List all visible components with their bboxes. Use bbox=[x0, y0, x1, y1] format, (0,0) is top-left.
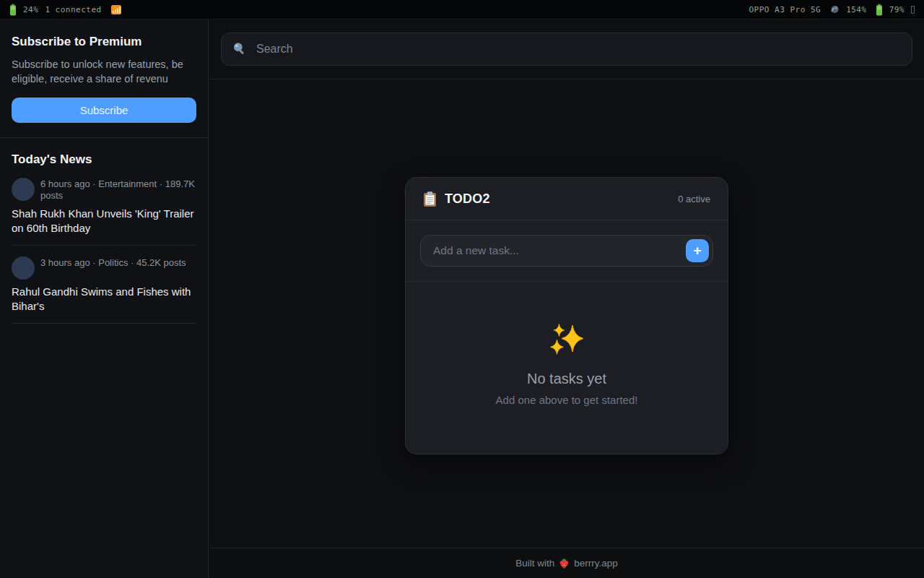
status-left: 24% 1 connected bbox=[9, 4, 121, 16]
main-content: TODO2 0 active + No tasks yet bbox=[209, 177, 924, 578]
empty-state-title: No tasks yet bbox=[420, 371, 713, 387]
satellite-icon bbox=[829, 5, 840, 14]
premium-section: Subscribe to Premium Subscribe to unlock… bbox=[0, 20, 208, 138]
status-right: OPPO A3 Pro 5G 154% 79% bbox=[749, 4, 915, 16]
news-item[interactable]: 6 hours ago · Entertainment · 189.7K pos… bbox=[12, 167, 196, 246]
clipboard-icon bbox=[423, 191, 437, 207]
main-area: TODO2 0 active + No tasks yet bbox=[209, 20, 924, 578]
divider bbox=[12, 323, 196, 324]
todo-card-header: TODO2 0 active bbox=[406, 178, 728, 220]
news-meta: 3 hours ago · Politics · 45.2K posts bbox=[40, 256, 186, 269]
usage-percentage: 154% bbox=[846, 5, 867, 14]
search-input[interactable] bbox=[256, 43, 901, 56]
phone-outline-icon bbox=[911, 6, 915, 14]
sparkles-icon bbox=[549, 324, 585, 358]
status-bar: 24% 1 connected OPPO A3 Pro 5G 154% 79% bbox=[0, 0, 924, 20]
premium-title: Subscribe to Premium bbox=[12, 35, 196, 49]
add-task-section: + bbox=[406, 220, 728, 282]
magnifier-icon bbox=[232, 42, 247, 56]
empty-state: No tasks yet Add one above to get starte… bbox=[406, 282, 728, 454]
news-avatar bbox=[12, 178, 35, 201]
battery-percentage: 24% bbox=[23, 5, 38, 14]
footer-brand-link[interactable]: berrry.app bbox=[574, 558, 618, 569]
news-meta: 6 hours ago · Entertainment · 189.7K pos… bbox=[40, 178, 195, 202]
footer-built-with: Built with bbox=[515, 558, 554, 569]
antenna-bars-icon bbox=[111, 4, 121, 14]
news-section: Today's News 6 hours ago · Entertainment… bbox=[0, 138, 208, 324]
subscribe-button[interactable]: Subscribe bbox=[12, 98, 196, 123]
strawberry-icon bbox=[559, 558, 570, 569]
search-header bbox=[209, 20, 924, 79]
connections-label: 1 connected bbox=[45, 5, 101, 14]
active-count-badge: 0 active bbox=[678, 194, 710, 204]
news-headline: Shah Rukh Khan Unveils 'King' Trailer on… bbox=[12, 207, 196, 236]
add-task-button[interactable]: + bbox=[686, 239, 709, 262]
news-headline: Rahul Gandhi Swims and Fishes with Bihar… bbox=[12, 285, 196, 314]
sidebar: Subscribe to Premium Subscribe to unlock… bbox=[0, 20, 209, 578]
news-avatar bbox=[12, 256, 35, 280]
todo-title: TODO2 bbox=[445, 191, 490, 207]
battery-percentage: 79% bbox=[889, 5, 905, 14]
news-title: Today's News bbox=[12, 152, 196, 167]
premium-description: Subscribe to unlock new features, be eli… bbox=[12, 57, 196, 86]
search-box[interactable] bbox=[221, 33, 912, 66]
news-item[interactable]: 3 hours ago · Politics · 45.2K posts Rah… bbox=[12, 246, 196, 324]
battery-icon bbox=[9, 4, 17, 16]
todo-card: TODO2 0 active + No tasks yet bbox=[405, 177, 728, 454]
empty-state-subtitle: Add one above to get started! bbox=[420, 394, 713, 406]
battery-icon bbox=[876, 4, 883, 16]
footer: Built with berrry.app bbox=[209, 548, 924, 578]
device-name: OPPO A3 Pro 5G bbox=[749, 5, 821, 14]
new-task-input[interactable] bbox=[420, 235, 713, 267]
